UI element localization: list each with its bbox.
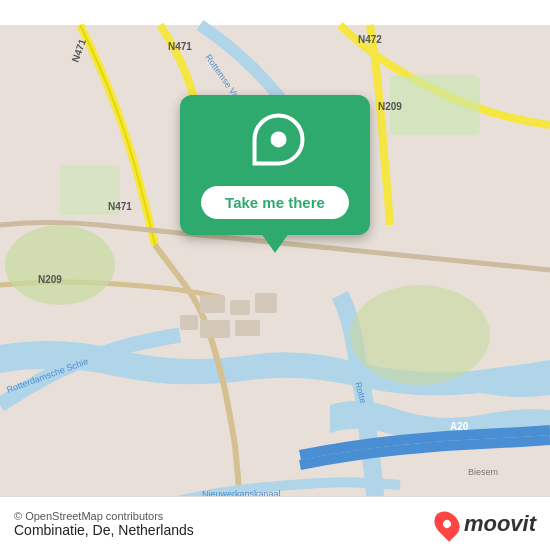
svg-point-2 [350, 285, 490, 385]
svg-text:N472: N472 [358, 34, 382, 45]
svg-rect-7 [255, 293, 277, 313]
popup-box: Take me there [180, 95, 370, 235]
svg-rect-5 [200, 295, 225, 313]
svg-text:A20: A20 [450, 421, 469, 432]
bottom-bar: © OpenStreetMap contributors Combinatie,… [0, 496, 550, 550]
take-me-there-button[interactable]: Take me there [201, 186, 349, 219]
location-pin-icon [253, 113, 305, 165]
location-popup: Take me there [155, 95, 395, 235]
pin-wrapper [235, 102, 316, 183]
place-name: Combinatie, De, Netherlands [14, 522, 194, 538]
map-attribution: © OpenStreetMap contributors [14, 510, 194, 522]
map-background: N471 N471 N472 N209 N209 N471 N209 A20 R… [0, 0, 550, 550]
svg-text:N471: N471 [168, 41, 192, 52]
svg-text:N471: N471 [108, 201, 132, 212]
svg-rect-3 [390, 75, 480, 135]
svg-point-1 [5, 225, 115, 305]
svg-rect-9 [200, 320, 230, 338]
moovit-logo: moovit [436, 510, 536, 538]
svg-rect-10 [235, 320, 260, 336]
svg-rect-8 [180, 315, 198, 330]
map-container: N471 N471 N472 N209 N209 N471 N209 A20 R… [0, 0, 550, 550]
moovit-brand-text: moovit [464, 511, 536, 537]
svg-text:N209: N209 [38, 274, 62, 285]
svg-rect-6 [230, 300, 250, 315]
svg-text:Biesem: Biesem [468, 467, 498, 477]
moovit-pin-icon [429, 506, 464, 541]
